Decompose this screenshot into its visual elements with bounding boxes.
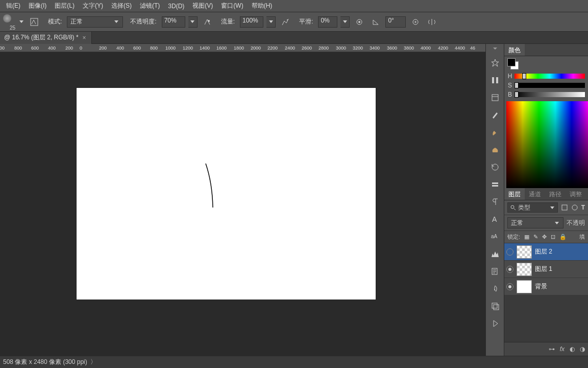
layer-fx-icon[interactable]: fx — [560, 346, 565, 353]
foreground-background-swatches[interactable] — [504, 56, 588, 72]
actions-icon[interactable] — [489, 318, 501, 329]
layer-blend-value: 正常 — [511, 219, 523, 227]
smooth-settings-button[interactable] — [353, 15, 366, 29]
layer-thumbnail[interactable] — [517, 263, 532, 276]
adjustment-icon[interactable] — [489, 75, 501, 86]
menu-layer[interactable]: 图层(L) — [51, 2, 79, 10]
visibility-toggle[interactable] — [506, 266, 513, 273]
blend-mode-select[interactable]: 正常 — [67, 16, 123, 28]
ruler-tick: 2000 — [251, 45, 261, 51]
layer-row[interactable]: 图层 1 — [504, 261, 588, 278]
menu-select[interactable]: 选择(S) — [107, 2, 136, 10]
menu-image[interactable]: 图像(I) — [24, 2, 51, 10]
ruler-tick: 1800 — [234, 45, 244, 51]
history-icon[interactable] — [489, 162, 501, 173]
status-flyout-icon[interactable]: 〉 — [90, 358, 96, 366]
brush-panel-button[interactable] — [28, 15, 41, 29]
svg-point-10 — [492, 164, 498, 170]
close-icon[interactable]: × — [82, 34, 87, 41]
filter-type-icon[interactable]: T — [581, 204, 585, 211]
fg-swatch[interactable] — [507, 58, 516, 66]
opacity-input[interactable]: 70% — [162, 16, 185, 28]
airbrush-button[interactable] — [279, 15, 292, 29]
menu-edit[interactable]: 辑(E) — [2, 2, 24, 10]
smooth-dropdown[interactable] — [340, 16, 350, 28]
ruler-tick: 4400 — [455, 45, 465, 51]
tab-adjustments[interactable]: 调整 — [566, 188, 586, 200]
visibility-toggle[interactable] — [506, 283, 513, 290]
chevron-down-icon — [114, 20, 118, 23]
slider-handle[interactable] — [514, 82, 519, 88]
sat-slider[interactable] — [514, 83, 585, 88]
menu-window[interactable]: 窗口(W) — [217, 2, 247, 10]
menu-filter[interactable]: 滤镜(T) — [136, 2, 164, 10]
canvas-viewport[interactable] — [0, 52, 485, 356]
hue-slider[interactable] — [514, 74, 585, 79]
layer-mask-icon[interactable]: ◐ — [570, 346, 575, 353]
clone-source-icon[interactable] — [489, 144, 501, 155]
menu-type[interactable]: 文字(Y) — [79, 2, 107, 10]
layer-comps-icon[interactable] — [489, 301, 501, 312]
filter-pixel-icon[interactable] — [561, 204, 568, 211]
menu-view[interactable]: 视图(V) — [188, 2, 217, 10]
flow-input[interactable]: 100% — [240, 16, 263, 28]
adjustment-layer-icon[interactable]: ◑ — [580, 346, 585, 353]
histogram-icon[interactable] — [489, 248, 501, 260]
character-icon[interactable]: A — [489, 214, 501, 225]
ruler-tick: 2600 — [302, 45, 312, 51]
layer-filter-select[interactable]: 类型 — [507, 202, 558, 213]
brush-settings-icon[interactable] — [489, 127, 501, 138]
layer-row[interactable]: 背景 — [504, 278, 588, 295]
menu-help[interactable]: 帮助(H) — [248, 2, 277, 10]
tab-color[interactable]: 颜色 — [504, 44, 525, 56]
filter-adjust-icon[interactable] — [571, 204, 578, 211]
flow-dropdown[interactable] — [266, 16, 276, 28]
canvas[interactable] — [77, 88, 376, 300]
properties-icon[interactable] — [489, 179, 501, 190]
layer-blend-select[interactable]: 正常 — [507, 217, 564, 228]
lock-all-icon[interactable]: 🔒 — [559, 234, 567, 240]
pressure-size-button[interactable] — [409, 15, 422, 29]
lock-pixels-icon[interactable]: ▦ — [524, 234, 529, 240]
brush-preset-picker[interactable]: 25 — [2, 14, 15, 30]
smooth-input[interactable]: 0% — [318, 16, 337, 28]
tab-layers[interactable]: 图层 — [504, 188, 525, 200]
angle-input[interactable]: 0° — [385, 16, 406, 28]
layer-thumbnail[interactable] — [517, 245, 532, 259]
glyphs-icon[interactable]: aA — [489, 231, 501, 242]
slider-handle[interactable] — [514, 91, 519, 98]
menu-3d[interactable]: 3D(D) — [164, 3, 188, 10]
layer-thumbnail[interactable] — [517, 280, 532, 293]
layer-row[interactable]: 图层 2 — [504, 243, 588, 261]
lock-brush-icon[interactable]: ✎ — [533, 234, 538, 240]
flow-label: 流量: — [221, 17, 235, 26]
svg-point-21 — [572, 205, 577, 210]
layer-name[interactable]: 图层 2 — [535, 247, 552, 256]
document-tab[interactable]: @ 16.7% (图层 2, RGB/8) * × — [0, 32, 92, 44]
chevron-down-icon[interactable] — [19, 20, 23, 23]
tab-paths[interactable]: 路径 — [545, 188, 566, 200]
tab-channels[interactable]: 通道 — [525, 188, 545, 200]
symmetry-button[interactable] — [425, 15, 438, 29]
link-layers-icon[interactable]: ⊶ — [549, 346, 555, 353]
ruler-tick: 2200 — [267, 45, 278, 51]
lock-artboard-icon[interactable]: ⊡ — [551, 234, 555, 240]
pressure-opacity-button[interactable] — [201, 15, 214, 29]
color-picker[interactable] — [506, 101, 588, 188]
libraries-icon[interactable] — [489, 92, 501, 103]
swatch-pair[interactable] — [507, 58, 519, 70]
slider-handle[interactable] — [522, 73, 526, 79]
opacity-dropdown[interactable] — [188, 16, 198, 28]
layer-name[interactable]: 背景 — [535, 282, 547, 291]
brushes-icon[interactable] — [489, 109, 501, 121]
bri-slider[interactable] — [514, 92, 585, 97]
layer-name[interactable]: 图层 1 — [535, 265, 552, 273]
info-icon[interactable] — [489, 283, 501, 294]
horizontal-ruler[interactable]: 8008006004002000200400600800100012001400… — [0, 44, 485, 52]
visibility-toggle[interactable] — [506, 248, 513, 256]
paragraph-icon[interactable] — [489, 196, 501, 208]
lock-move-icon[interactable]: ✥ — [542, 234, 547, 240]
notes-icon[interactable] — [489, 266, 501, 277]
expand-panels-button[interactable] — [486, 46, 504, 51]
navigator-icon[interactable] — [489, 57, 501, 68]
